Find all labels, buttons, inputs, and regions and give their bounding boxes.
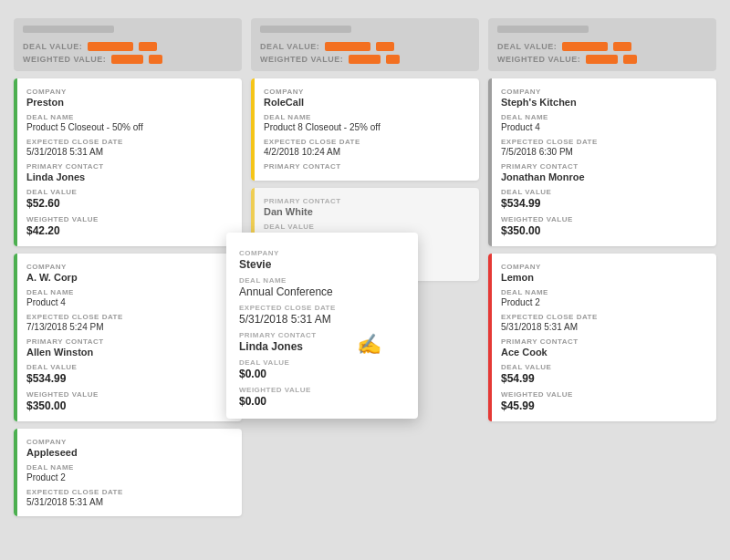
company-label-1-3: COMPANY bbox=[26, 438, 233, 446]
deal-name-label-3-2: DEAL NAME bbox=[501, 288, 707, 296]
close-date-label-1-1: EXPECTED CLOSE DATE bbox=[26, 138, 233, 146]
company-label-2-1: COMPANY bbox=[264, 88, 470, 96]
col1-deal-bar bbox=[88, 42, 133, 51]
weighted-value-3-1: $350.00 bbox=[501, 224, 707, 237]
deal-card-1-3[interactable]: COMPANY Appleseed DEAL NAME Product 2 EX… bbox=[14, 429, 242, 516]
popup-weighted-label: WEIGHTED VALUE bbox=[239, 386, 405, 394]
weighted-label-3-2: WEIGHTED VALUE bbox=[501, 390, 707, 399]
contact-value-3-2: Ace Cook bbox=[501, 347, 707, 358]
col3-deal-value-row: DEAL VALUE: bbox=[497, 42, 707, 51]
deal-card-2-1[interactable]: COMPANY RoleCall DEAL NAME Product 8 Clo… bbox=[251, 78, 479, 181]
weighted-label-1-1: WEIGHTED VALUE bbox=[26, 215, 233, 223]
contact-value-3-1: Jonathan Monroe bbox=[501, 171, 707, 182]
contact-value-1-2: Allen Winston bbox=[26, 347, 233, 358]
col3-deal-bar bbox=[562, 42, 608, 51]
company-value-3-2: Lemon bbox=[501, 272, 707, 283]
close-date-value-1-3: 5/31/2018 5:31 AM bbox=[26, 497, 233, 507]
popup-company-value: Stevie bbox=[239, 258, 405, 271]
close-date-label-3-1: EXPECTED CLOSE DATE bbox=[501, 138, 707, 146]
contact-label-3-2: PRIMARY CONTACT bbox=[501, 337, 707, 346]
value-value-3-1: $534.99 bbox=[501, 197, 707, 210]
col3-weighted-value-row: WEIGHTED VALUE: bbox=[497, 55, 707, 64]
col3-weighted-bar bbox=[586, 55, 618, 64]
deal-name-value-1-2: Product 4 bbox=[26, 297, 233, 307]
value-label-1-1: DEAL VALUE bbox=[26, 188, 233, 196]
col3-deal-bar2 bbox=[613, 42, 631, 51]
company-label-1-1: COMPANY bbox=[26, 88, 233, 96]
column-2-header: DEAL VALUE: WEIGHTED VALUE: bbox=[251, 18, 479, 71]
col1-deal-label: DEAL VALUE: bbox=[23, 42, 82, 51]
col1-weighted-bar2 bbox=[149, 55, 162, 64]
deal-name-label-1-3: DEAL NAME bbox=[26, 463, 233, 472]
col2-weighted-bar2 bbox=[386, 55, 400, 64]
col1-title-bar bbox=[23, 26, 114, 33]
close-date-label-1-3: EXPECTED CLOSE DATE bbox=[26, 488, 233, 496]
company-label-3-2: COMPANY bbox=[501, 263, 707, 271]
company-value-1-3: Appleseed bbox=[26, 447, 233, 458]
value-label-3-2: DEAL VALUE bbox=[501, 363, 707, 371]
column-1: DEAL VALUE: WEIGHTED VALUE: COMPANY Pres… bbox=[14, 18, 242, 516]
col2-title-bar bbox=[260, 26, 351, 33]
col1-weighted-value-row: WEIGHTED VALUE: bbox=[23, 55, 233, 64]
col2-weighted-bar bbox=[349, 55, 381, 64]
deal-name-label-2-1: DEAL NAME bbox=[264, 113, 470, 121]
close-date-value-1-2: 7/13/2018 5:24 PM bbox=[26, 322, 233, 332]
value-label-3-1: DEAL VALUE bbox=[501, 188, 707, 196]
popup-card[interactable]: COMPANY Stevie DEAL NAME Annual Conferen… bbox=[226, 233, 418, 419]
deal-card-3-2[interactable]: COMPANY Lemon DEAL NAME Product 2 EXPECT… bbox=[488, 254, 716, 421]
col2-deal-label: DEAL VALUE: bbox=[260, 42, 319, 51]
popup-deal-name-label: DEAL NAME bbox=[239, 276, 405, 285]
value-label-1-2: DEAL VALUE bbox=[26, 363, 233, 371]
column-1-header: DEAL VALUE: WEIGHTED VALUE: bbox=[14, 18, 242, 71]
company-value-1-2: A. W. Corp bbox=[26, 272, 233, 283]
deal-name-value-1-1: Product 5 Closeout - 50% off bbox=[26, 122, 233, 132]
popup-company-label: COMPANY bbox=[239, 249, 405, 257]
col3-title-bar bbox=[497, 26, 589, 33]
deal-name-value-2-1: Product 8 Closeout - 25% off bbox=[264, 122, 470, 132]
company-label-3-1: COMPANY bbox=[501, 88, 707, 96]
col2-weighted-value-row: WEIGHTED VALUE: bbox=[260, 55, 470, 64]
col1-deal-value-row: DEAL VALUE: bbox=[23, 42, 233, 51]
contact-label-3-1: PRIMARY CONTACT bbox=[501, 162, 707, 171]
contact-label-2-2: PRIMARY CONTACT bbox=[264, 197, 470, 205]
weighted-value-3-2: $45.99 bbox=[501, 399, 707, 412]
column-3: DEAL VALUE: WEIGHTED VALUE: COMPANY Step… bbox=[488, 18, 716, 516]
popup-weighted-value: $0.00 bbox=[239, 395, 405, 408]
col2-deal-bar bbox=[325, 42, 370, 51]
deal-card-1-2[interactable]: COMPANY A. W. Corp DEAL NAME Product 4 E… bbox=[14, 254, 242, 421]
close-date-value-1-1: 5/31/2018 5:31 AM bbox=[26, 147, 233, 157]
col1-weighted-label: WEIGHTED VALUE: bbox=[23, 55, 106, 64]
deal-name-label-3-1: DEAL NAME bbox=[501, 113, 707, 121]
col2-weighted-label: WEIGHTED VALUE: bbox=[260, 55, 343, 64]
deal-name-label-1-1: DEAL NAME bbox=[26, 113, 233, 121]
popup-value-value: $0.00 bbox=[239, 368, 405, 380]
contact-value-1-1: Linda Jones bbox=[26, 171, 233, 182]
popup-close-date-label: EXPECTED CLOSE DATE bbox=[239, 304, 405, 312]
weighted-label-1-2: WEIGHTED VALUE bbox=[26, 390, 233, 399]
deal-name-label-1-2: DEAL NAME bbox=[26, 288, 233, 296]
contact-label-1-2: PRIMARY CONTACT bbox=[26, 337, 233, 346]
weighted-label-3-1: WEIGHTED VALUE bbox=[501, 215, 707, 223]
close-date-value-2-1: 4/2/2018 10:24 AM bbox=[264, 147, 470, 157]
contact-value-2-2: Dan White bbox=[264, 206, 470, 217]
value-value-1-2: $534.99 bbox=[26, 372, 233, 385]
close-date-value-3-1: 7/5/2018 6:30 PM bbox=[501, 147, 707, 157]
col3-deal-label: DEAL VALUE: bbox=[497, 42, 557, 51]
company-value-3-1: Steph's Kitchen bbox=[501, 97, 707, 108]
col2-deal-value-row: DEAL VALUE: bbox=[260, 42, 470, 51]
company-label-1-2: COMPANY bbox=[26, 263, 233, 271]
value-value-1-1: $52.60 bbox=[26, 197, 233, 210]
col2-deal-bar2 bbox=[376, 42, 394, 51]
col3-weighted-bar2 bbox=[623, 55, 637, 64]
cursor-hand-icon: ✍ bbox=[357, 333, 381, 357]
close-date-label-2-1: EXPECTED CLOSE DATE bbox=[264, 138, 470, 146]
deal-name-value-1-3: Product 2 bbox=[26, 472, 233, 482]
weighted-value-1-2: $350.00 bbox=[26, 399, 233, 412]
deal-name-value-3-2: Product 2 bbox=[501, 297, 707, 307]
page-wrapper: DEAL VALUE: WEIGHTED VALUE: COMPANY Pres… bbox=[0, 0, 730, 560]
deal-card-3-1[interactable]: COMPANY Steph's Kitchen DEAL NAME Produc… bbox=[488, 78, 716, 246]
close-date-label-1-2: EXPECTED CLOSE DATE bbox=[26, 313, 233, 321]
value-value-3-2: $54.99 bbox=[501, 372, 707, 385]
close-date-label-3-2: EXPECTED CLOSE DATE bbox=[501, 313, 707, 321]
deal-card-1-1[interactable]: COMPANY Preston DEAL NAME Product 5 Clos… bbox=[14, 78, 242, 246]
